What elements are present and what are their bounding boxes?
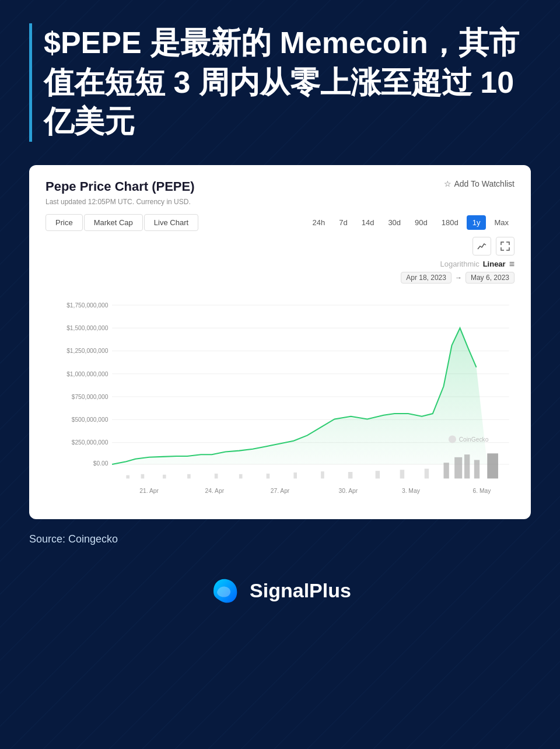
chart-container: Pepe Price Chart (PEPE) ☆ Add To Watchli… — [29, 165, 531, 519]
chart-header: Pepe Price Chart (PEPE) ☆ Add To Watchli… — [46, 179, 514, 194]
svg-text:30. Apr: 30. Apr — [339, 487, 358, 494]
chart-controls — [46, 237, 514, 256]
star-icon: ☆ — [444, 179, 452, 188]
svg-rect-34 — [464, 454, 470, 478]
time-period-tabs: 24h 7d 14d 30d 90d 180d 1y Max — [307, 215, 515, 230]
footer: SignalPlus — [29, 575, 531, 607]
scale-row: Logarithmic Linear ≡ — [46, 259, 514, 270]
svg-text:$750,000,000: $750,000,000 — [72, 394, 108, 400]
svg-rect-35 — [474, 460, 480, 478]
svg-marker-18 — [112, 328, 509, 464]
svg-text:27. Apr: 27. Apr — [271, 487, 290, 494]
time-90d[interactable]: 90d — [409, 215, 433, 230]
tab-livechart[interactable]: Live Chart — [144, 214, 198, 231]
time-1y[interactable]: 1y — [467, 215, 487, 230]
svg-rect-31 — [425, 468, 429, 478]
tab-row: Price Market Cap Live Chart 24h 7d 14d 3… — [46, 214, 514, 231]
svg-text:$1,250,000,000: $1,250,000,000 — [66, 348, 108, 354]
svg-rect-19 — [126, 475, 130, 478]
svg-rect-30 — [400, 470, 404, 478]
time-7d[interactable]: 7d — [333, 215, 353, 230]
time-max[interactable]: Max — [488, 215, 514, 230]
date-range: Apr 18, 2023 → May 6, 2023 — [46, 272, 514, 284]
date-arrow: → — [455, 274, 462, 282]
svg-point-43 — [449, 435, 456, 443]
svg-rect-25 — [267, 474, 270, 478]
svg-rect-33 — [454, 457, 462, 478]
svg-rect-27 — [321, 471, 324, 478]
time-14d[interactable]: 14d — [356, 215, 380, 230]
watchlist-button[interactable]: ☆ Add To Watchlist — [444, 179, 515, 188]
svg-rect-22 — [187, 474, 191, 478]
chart-area: $1,750,000,000 $1,500,000,000 $1,250,000… — [46, 289, 514, 505]
svg-rect-21 — [163, 475, 166, 479]
svg-rect-28 — [348, 472, 352, 478]
svg-rect-29 — [376, 471, 380, 478]
time-30d[interactable]: 30d — [382, 215, 407, 230]
date-from: Apr 18, 2023 — [401, 272, 452, 284]
svg-text:$1,750,000,000: $1,750,000,000 — [66, 302, 108, 309]
price-chart-svg: $1,750,000,000 $1,500,000,000 $1,250,000… — [46, 289, 514, 505]
svg-text:CoinGecko: CoinGecko — [459, 436, 489, 443]
date-to: May 6, 2023 — [466, 272, 514, 284]
signalplus-logo-text: SignalPlus — [250, 579, 351, 602]
signalplus-logo-icon — [209, 575, 242, 607]
svg-rect-23 — [215, 474, 218, 478]
svg-rect-20 — [141, 474, 145, 478]
chart-title: Pepe Price Chart (PEPE) — [46, 179, 195, 194]
svg-text:3. May: 3. May — [402, 487, 421, 494]
page-title: $PEPE 是最新的 Memecoin，其市值在短短 3 周内从零上涨至超过 1… — [44, 23, 531, 142]
svg-text:$1,000,000,000: $1,000,000,000 — [66, 370, 108, 377]
svg-text:$250,000,000: $250,000,000 — [72, 439, 108, 446]
time-24h[interactable]: 24h — [307, 215, 331, 230]
svg-text:$0.00: $0.00 — [93, 460, 108, 467]
svg-rect-24 — [239, 474, 243, 478]
time-180d[interactable]: 180d — [436, 215, 464, 230]
menu-icon[interactable]: ≡ — [509, 259, 514, 270]
svg-text:$1,500,000,000: $1,500,000,000 — [66, 325, 108, 331]
svg-text:6. May: 6. May — [473, 487, 492, 494]
title-section: $PEPE 是最新的 Memecoin，其市值在短短 3 周内从零上涨至超过 1… — [29, 23, 531, 142]
scale-linear[interactable]: Linear — [483, 260, 506, 268]
svg-text:$500,000,000: $500,000,000 — [72, 416, 108, 423]
chart-tabs: Price Market Cap Live Chart — [46, 214, 198, 231]
svg-text:21. Apr: 21. Apr — [139, 487, 159, 494]
svg-rect-32 — [443, 463, 449, 478]
svg-rect-26 — [293, 473, 297, 478]
tab-price[interactable]: Price — [46, 214, 83, 231]
tab-marketcap[interactable]: Market Cap — [84, 214, 143, 231]
svg-text:24. Apr: 24. Apr — [205, 487, 225, 494]
chart-subtitle: Last updated 12:05PM UTC. Currency in US… — [46, 198, 514, 206]
source-label: Source: Coingecko — [29, 533, 531, 545]
svg-rect-36 — [487, 453, 498, 478]
line-chart-icon[interactable] — [473, 237, 491, 256]
expand-icon[interactable] — [496, 237, 514, 256]
scale-logarithmic[interactable]: Logarithmic — [440, 260, 479, 268]
